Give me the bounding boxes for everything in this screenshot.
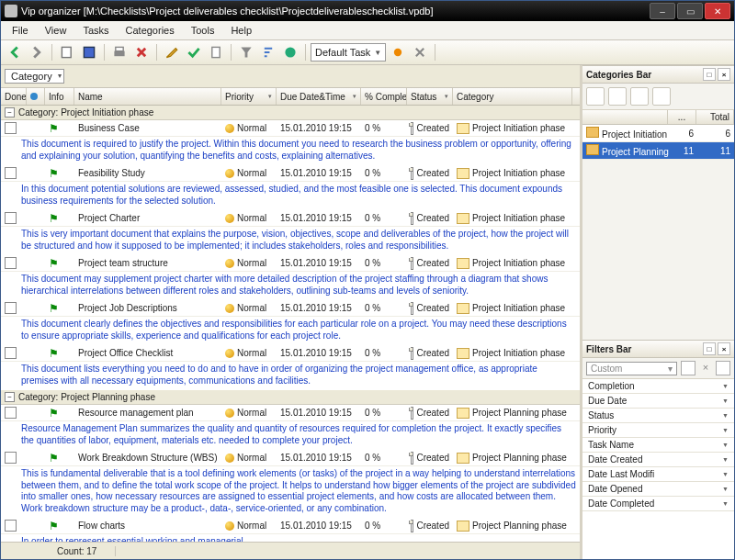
task-grid[interactable]: Done Info Name Priority▾ Due Date&Time▾ …: [1, 88, 580, 542]
col-done[interactable]: Done: [1, 88, 27, 105]
filter-item[interactable]: Completion▼: [582, 379, 734, 394]
cell-category: Project Initiation phase: [453, 257, 572, 270]
check-button[interactable]: [184, 42, 204, 62]
filters-close-icon[interactable]: ×: [718, 342, 730, 355]
pane-pin-icon[interactable]: □: [703, 68, 716, 81]
menu-file[interactable]: File: [5, 23, 36, 38]
done-checkbox[interactable]: [5, 452, 17, 464]
category-row[interactable]: Project Planning phase1111: [582, 142, 734, 160]
done-checkbox[interactable]: [5, 257, 17, 269]
table-row[interactable]: ⚑Project Job DescriptionsNormal15.01.201…: [1, 300, 580, 317]
done-checkbox[interactable]: [5, 167, 17, 179]
filters-apply-icon[interactable]: [681, 361, 695, 375]
status-icon: [411, 407, 413, 420]
print-button[interactable]: [109, 42, 130, 62]
filter-item[interactable]: Date Last Modifi▼: [582, 467, 734, 482]
groupby-dropdown[interactable]: Category: [5, 69, 64, 84]
attach-button[interactable]: [206, 42, 226, 62]
nav-back-button[interactable]: [5, 42, 25, 62]
table-row[interactable]: ⚑Project Office ChecklistNormal15.01.201…: [1, 345, 580, 362]
col-priority[interactable]: Priority▾: [221, 88, 277, 105]
info-flag-icon: ⚑: [49, 257, 59, 270]
filter-item[interactable]: Date Completed▼: [582, 497, 734, 511]
cell-priority: Normal: [221, 212, 277, 224]
priority-icon: [225, 409, 234, 418]
group-header[interactable]: −Category: Project Initiation phase: [1, 106, 580, 120]
table-row[interactable]: ⚑Project team structureNormal15.01.2010 …: [1, 255, 580, 272]
table-row[interactable]: ⚑Project CharterNormal15.01.2010 19:150 …: [1, 210, 580, 227]
filter-item[interactable]: Priority▼: [582, 423, 734, 438]
status-bar: Count: 17: [1, 542, 580, 559]
filter-item[interactable]: Task Name▼: [582, 438, 734, 453]
filter-item[interactable]: Date Created▼: [582, 453, 734, 467]
filters-clear-icon[interactable]: ×: [699, 362, 712, 375]
cat-tool-3[interactable]: [630, 87, 649, 106]
cell-name: Project Office Checklist: [74, 347, 221, 359]
cat-tool-2[interactable]: [608, 87, 627, 106]
save-button[interactable]: [79, 42, 99, 62]
col-complete[interactable]: % Complete: [361, 88, 407, 105]
cell-complete: 0 %: [361, 407, 407, 419]
table-row[interactable]: ⚑Work Breakdown Structure (WBS)Normal15.…: [1, 450, 580, 466]
col-info[interactable]: Info: [45, 88, 74, 105]
menu-categories[interactable]: Categories: [119, 23, 182, 38]
status-icon: [411, 452, 413, 465]
menu-view[interactable]: View: [38, 23, 74, 38]
pane-close-icon[interactable]: ×: [718, 68, 730, 81]
done-checkbox[interactable]: [5, 302, 17, 314]
svg-rect-3: [116, 47, 123, 50]
col-category[interactable]: Category: [453, 88, 572, 105]
done-checkbox[interactable]: [5, 122, 17, 134]
cat-col-dots[interactable]: ...: [668, 110, 696, 124]
filters-more-icon[interactable]: [716, 361, 730, 375]
filter-item[interactable]: Date Opened▼: [582, 482, 734, 497]
collapse-icon[interactable]: −: [5, 392, 15, 402]
cell-priority: Normal: [221, 347, 277, 359]
col-flag[interactable]: [27, 88, 45, 105]
nav-fwd-button[interactable]: [27, 42, 47, 62]
edit-button[interactable]: [162, 42, 182, 62]
col-status[interactable]: Status▾: [407, 88, 453, 105]
apply-button[interactable]: [388, 42, 408, 62]
done-checkbox[interactable]: [5, 212, 17, 224]
col-due[interactable]: Due Date&Time▾: [277, 88, 361, 105]
filters-custom-dropdown[interactable]: Custom▾: [586, 362, 677, 375]
action-button[interactable]: [280, 42, 300, 62]
row-description: In order to represent essential working …: [1, 534, 580, 542]
done-checkbox[interactable]: [5, 347, 17, 359]
cell-complete: 0 %: [361, 257, 407, 269]
col-name[interactable]: Name: [74, 88, 221, 105]
cell-category: Project Planning phase: [453, 407, 572, 420]
table-row[interactable]: ⚑Resource management planNormal15.01.201…: [1, 405, 580, 421]
group-header[interactable]: −Category: Project Planning phase: [1, 390, 580, 405]
filters-pin-icon[interactable]: □: [703, 342, 716, 355]
template-combo[interactable]: Default Task ▼: [311, 43, 386, 62]
cat-tool-1[interactable]: [586, 87, 605, 106]
done-checkbox[interactable]: [5, 520, 17, 532]
delete-button[interactable]: [131, 42, 152, 62]
done-checkbox[interactable]: [5, 407, 17, 419]
cat-col-total[interactable]: Total: [696, 110, 734, 124]
filter-item[interactable]: Due Date▼: [582, 394, 734, 409]
collapse-icon[interactable]: −: [5, 107, 15, 118]
filter-item[interactable]: Status▼: [582, 409, 734, 423]
new-task-button[interactable]: [57, 42, 77, 62]
close-button[interactable]: ✕: [705, 3, 730, 19]
menu-tasks[interactable]: Tasks: [75, 23, 116, 38]
cell-status: Created: [407, 211, 453, 226]
menu-help[interactable]: Help: [223, 23, 259, 38]
sort-button[interactable]: [258, 42, 278, 62]
table-row[interactable]: ⚑Business CaseNormal15.01.2010 19:150 %C…: [1, 120, 580, 137]
table-row[interactable]: ⚑Flow chartsNormal15.01.2010 19:150 %Cre…: [1, 518, 580, 534]
clear-button[interactable]: [410, 42, 430, 62]
table-row[interactable]: ⚑Feasibility StudyNormal15.01.2010 19:15…: [1, 165, 580, 182]
cell-complete: 0 %: [361, 122, 407, 134]
cat-tool-4[interactable]: [652, 87, 671, 106]
category-icon: [457, 348, 469, 359]
category-row[interactable]: Project Initiation phase66: [582, 125, 734, 142]
menu-tools[interactable]: Tools: [184, 23, 222, 38]
minimize-button[interactable]: –: [650, 3, 675, 19]
maximize-button[interactable]: ▭: [677, 3, 703, 19]
filter-button[interactable]: [236, 42, 256, 62]
cat-col-name[interactable]: [582, 110, 668, 124]
